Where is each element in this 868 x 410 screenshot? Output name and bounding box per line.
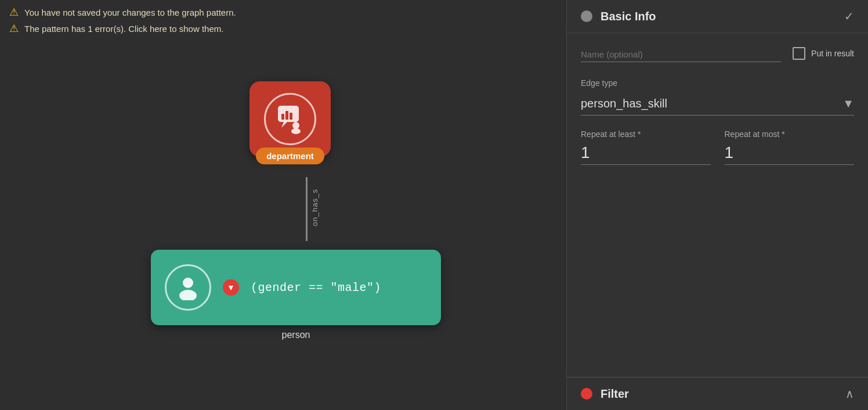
edge-type-select[interactable]: person_has_skill ▼ (581, 92, 854, 116)
repeat-at-least-label: Repeat at least * (581, 130, 711, 139)
person-node-box: ▼ (gender == "male") (151, 250, 441, 325)
svg-point-7 (183, 278, 193, 288)
name-input[interactable] (581, 47, 781, 62)
edge-label: on_has_s (310, 189, 319, 226)
person-avatar-circle (165, 264, 211, 311)
repeat-at-most-label: Repeat at most * (725, 130, 855, 139)
person-avatar-icon (175, 275, 201, 300)
filter-badge-icon: ▼ (227, 283, 235, 292)
svg-point-8 (179, 290, 197, 300)
basic-info-title: Basic Info (601, 10, 656, 23)
filter-chevron: ∧ (845, 387, 854, 401)
right-panel: Basic Info ✓ Put in result Edge type per… (566, 0, 868, 410)
put-in-result-group: Put in result (793, 47, 854, 60)
filter-title: Filter (601, 387, 629, 401)
basic-info-header-left: Basic Info (581, 10, 656, 23)
repeat-row: Repeat at least * 1 Repeat at most * 1 (581, 130, 854, 165)
filter-dot (581, 388, 592, 400)
canvas-area: ⚠ You have not saved your changes to the… (0, 0, 566, 410)
filter-section-left: Filter (581, 387, 629, 401)
edge-connector: on_has_s (306, 177, 308, 241)
basic-info-dot (581, 10, 592, 22)
filter-section[interactable]: Filter ∧ (567, 377, 868, 410)
put-in-result-label: Put in result (811, 49, 854, 58)
name-field-wrapper (581, 47, 781, 62)
svg-rect-3 (285, 111, 288, 120)
person-filter-badge: ▼ (223, 279, 239, 296)
svg-rect-2 (281, 114, 284, 120)
name-put-row: Put in result (581, 47, 854, 62)
edge-type-group: Edge type person_has_skill ▼ (581, 78, 854, 116)
basic-info-content: Put in result Edge type person_has_skill… (567, 33, 868, 377)
basic-info-header[interactable]: Basic Info ✓ (567, 0, 868, 33)
repeat-at-least-value[interactable]: 1 (581, 143, 711, 165)
graph-canvas: department on_has_s ▼ (gender == "m (0, 0, 566, 410)
svg-point-6 (291, 128, 301, 134)
edge-vertical-line (306, 177, 308, 241)
repeat-at-least-field: Repeat at least * 1 (581, 130, 711, 165)
put-in-result-checkbox[interactable] (793, 47, 805, 60)
department-node-box (249, 81, 331, 157)
svg-point-5 (292, 122, 299, 129)
department-svg-icon (274, 103, 306, 135)
department-label: department (256, 148, 324, 164)
edge-type-dropdown-arrow: ▼ (842, 97, 854, 110)
department-icon-circle (264, 93, 316, 145)
repeat-at-most-value[interactable]: 1 (725, 143, 855, 165)
svg-rect-4 (290, 113, 292, 120)
department-node[interactable]: department (249, 81, 331, 174)
person-label: person (282, 330, 310, 340)
basic-info-chevron: ✓ (844, 9, 854, 23)
edge-type-value: person_has_skill (581, 97, 667, 110)
person-node[interactable]: ▼ (gender == "male") person (151, 250, 441, 340)
svg-marker-1 (281, 122, 287, 128)
person-condition: (gender == "male") (251, 281, 381, 294)
repeat-at-most-field: Repeat at most * 1 (725, 130, 855, 165)
edge-type-label: Edge type (581, 78, 854, 88)
